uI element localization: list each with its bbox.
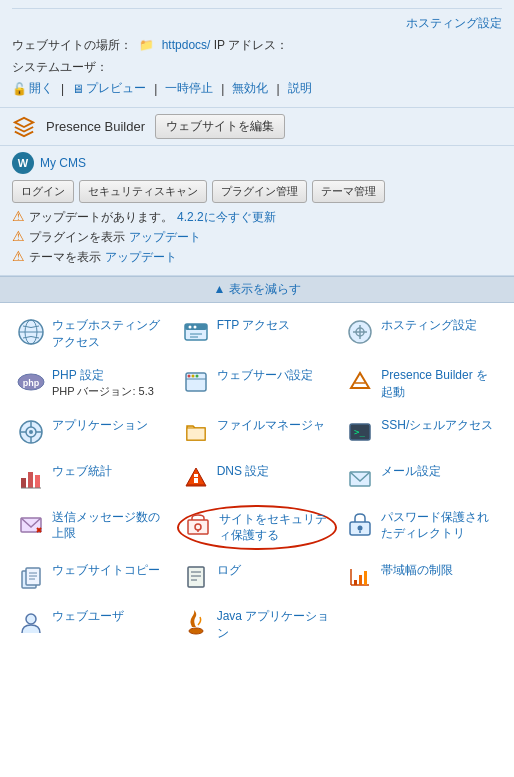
ssh-access-item[interactable]: >_ SSH/シェルアクセス	[341, 413, 502, 451]
password-dir-item[interactable]: パスワード保護されたディレクトリ	[341, 505, 502, 551]
disable-link[interactable]: 無効化	[232, 80, 268, 97]
site-security-icon	[183, 511, 213, 541]
system-user-label: システムユーザ：	[12, 60, 108, 74]
msg-limit-label: 送信メッセージ数の上限	[52, 509, 169, 543]
site-copy-icon	[16, 562, 46, 592]
svg-rect-31	[28, 472, 33, 488]
mail-settings-item[interactable]: メール設定	[341, 459, 502, 497]
webserver-label: ウェブサーバ設定	[217, 367, 313, 384]
theme-mgmt-button[interactable]: テーマ管理	[312, 180, 385, 203]
svg-point-5	[188, 326, 191, 329]
update-link-1[interactable]: 4.2.2に今すぐ更新	[177, 209, 276, 226]
alert-text-1: アップデートがあります。	[29, 209, 173, 226]
site-copy-label: ウェブサイトコピー	[52, 562, 160, 579]
svg-point-46	[358, 525, 363, 530]
features-grid: ウェブホスティングアクセス FTP アクセス	[12, 313, 502, 645]
dns-settings-item[interactable]: DNS 設定	[177, 459, 338, 497]
svg-point-17	[195, 374, 198, 377]
web-stats-item[interactable]: ウェブ統計	[12, 459, 173, 497]
presence-builder-launch-item[interactable]: Presence Builder を起動	[341, 363, 502, 405]
applications-item[interactable]: アプリケーション	[12, 413, 173, 451]
password-dir-icon	[345, 509, 375, 539]
svg-point-22	[29, 430, 33, 434]
website-label: ウェブサイトの場所：	[12, 38, 132, 52]
java-label: Java アプリケーション	[217, 608, 334, 642]
php-sublabel: PHP バージョン: 5.3	[52, 384, 154, 399]
php-icon: php	[16, 367, 46, 397]
web-hosting-icon	[16, 317, 46, 347]
php-label: PHP 設定	[52, 368, 104, 382]
svg-rect-61	[364, 571, 367, 585]
mail-label: メール設定	[381, 463, 441, 480]
alert-text-3: テーマを表示	[29, 249, 101, 266]
svg-text:>_: >_	[354, 427, 365, 437]
java-apps-item[interactable]: Java アプリケーション	[177, 604, 338, 646]
site-security-item[interactable]: サイトをセキュリティ保護する	[177, 505, 338, 551]
open-icon: 🔓	[12, 82, 27, 96]
presence-builder-label: Presence Builder	[46, 119, 145, 134]
hosting-settings-icon	[345, 317, 375, 347]
svg-point-6	[193, 326, 196, 329]
security-scan-button[interactable]: セキュリティスキャン	[79, 180, 207, 203]
plugin-mgmt-button[interactable]: プラグイン管理	[212, 180, 307, 203]
preview-link[interactable]: 🖥 プレビュー	[72, 80, 146, 97]
msg-limit-item[interactable]: 送信メッセージ数の上限	[12, 505, 173, 551]
site-security-label: サイトをセキュリティ保護する	[219, 511, 332, 545]
hosting-settings-link[interactable]: ホスティング設定	[406, 16, 502, 30]
alert-text-2: プラグインを表示	[29, 229, 125, 246]
password-dir-label: パスワード保護されたディレクトリ	[381, 509, 498, 543]
ip-label: IP アドレス：	[214, 38, 288, 52]
web-hosting-access-item[interactable]: ウェブホスティングアクセス	[12, 313, 173, 355]
preview-icon: 🖥	[72, 82, 84, 96]
dns-label: DNS 設定	[217, 463, 270, 480]
alert-icon-2: ⚠	[12, 228, 25, 244]
site-copy-item[interactable]: ウェブサイトコピー	[12, 558, 173, 596]
svg-rect-36	[194, 478, 198, 483]
dns-icon	[181, 463, 211, 493]
svg-rect-53	[188, 567, 204, 587]
svg-rect-27	[187, 428, 205, 440]
ftp-label: FTP アクセス	[217, 317, 291, 334]
ssh-label: SSH/シェルアクセス	[381, 417, 493, 434]
alert-icon-3: ⚠	[12, 248, 25, 264]
svg-rect-32	[35, 475, 40, 488]
explain-link[interactable]: 説明	[288, 80, 312, 97]
svg-text:php: php	[23, 378, 40, 388]
svg-rect-37	[194, 474, 198, 477]
web-stats-icon	[16, 463, 46, 493]
log-label: ログ	[217, 562, 241, 579]
web-user-item[interactable]: ウェブユーザ	[12, 604, 173, 646]
website-url-link[interactable]: httpdocs/	[162, 38, 211, 52]
msg-limit-icon	[16, 509, 46, 539]
open-link[interactable]: 🔓 開く	[12, 80, 53, 97]
file-manager-item[interactable]: ファイルマネージャ	[177, 413, 338, 451]
svg-point-15	[187, 374, 190, 377]
presence-builder-launch-icon	[345, 367, 375, 397]
login-button[interactable]: ログイン	[12, 180, 74, 203]
file-manager-icon	[181, 417, 211, 447]
applications-label: アプリケーション	[52, 417, 148, 434]
svg-point-16	[191, 374, 194, 377]
log-item[interactable]: ログ	[177, 558, 338, 596]
svg-rect-59	[354, 580, 357, 585]
theme-update-link[interactable]: アップデート	[105, 249, 177, 266]
svg-rect-60	[359, 575, 362, 585]
bandwidth-item[interactable]: 帯域幅の制限	[341, 558, 502, 596]
toggle-link[interactable]: ▲ 表示を減らす	[213, 282, 300, 296]
plugin-update-link[interactable]: アップデート	[129, 229, 201, 246]
webserver-settings-item[interactable]: ウェブサーバ設定	[177, 363, 338, 405]
hosting-settings-item[interactable]: ホスティング設定	[341, 313, 502, 355]
my-cms-link[interactable]: My CMS	[40, 156, 86, 170]
ssh-icon: >_	[345, 417, 375, 447]
ftp-icon	[181, 317, 211, 347]
presence-builder-launch-label: Presence Builder を起動	[381, 367, 498, 401]
edit-website-button[interactable]: ウェブサイトを編集	[155, 114, 285, 139]
pause-link[interactable]: 一時停止	[165, 80, 213, 97]
chevron-up-icon: ▲	[213, 282, 228, 296]
hosting-settings-label: ホスティング設定	[381, 317, 477, 334]
web-hosting-label: ウェブホスティングアクセス	[52, 317, 169, 351]
php-settings-item[interactable]: php PHP 設定 PHP バージョン: 5.3	[12, 363, 173, 405]
alert-icon-1: ⚠	[12, 208, 25, 224]
ftp-access-item[interactable]: FTP アクセス	[177, 313, 338, 355]
applications-icon	[16, 417, 46, 447]
